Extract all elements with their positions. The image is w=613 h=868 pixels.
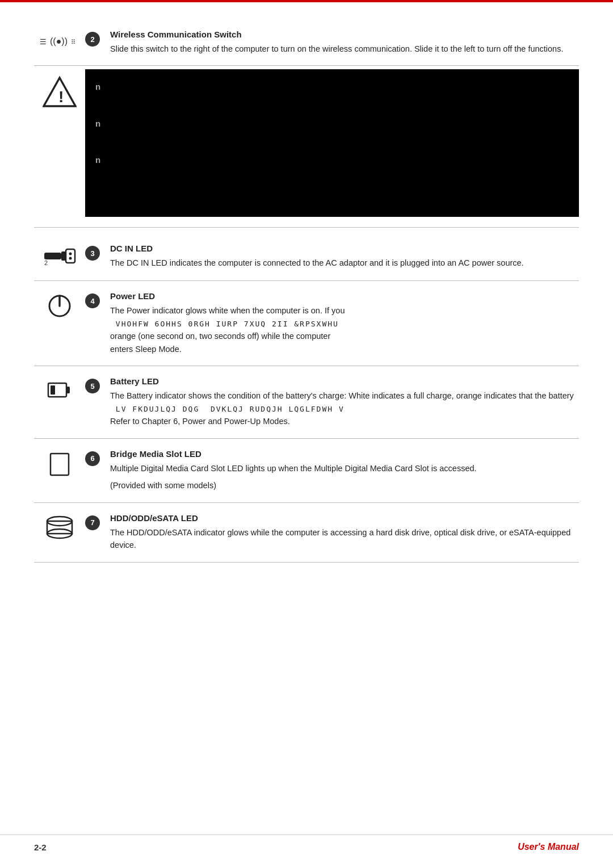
warning-content: n n n <box>85 69 579 217</box>
icon-wireless: ☰ ((●)) ⠿ <box>34 30 85 48</box>
entry-battery-body: The Battery indicator shows the conditio… <box>110 389 579 427</box>
warning-block: ! n n n <box>34 69 579 228</box>
entry-number-badge-5: 5 <box>85 379 100 393</box>
svg-text:☰: ☰ <box>40 37 47 46</box>
entry-wireless: ☰ ((●)) ⠿ 2 Wireless Communication Switc… <box>34 19 579 66</box>
manual-title: User's Manual <box>518 842 579 852</box>
entry-dc-in-led: 2 3 DC IN LED The DC IN LED indicates th… <box>34 233 579 281</box>
entry-wireless-desc: Wireless Communication Switch Slide this… <box>110 30 579 55</box>
entry-dc-body: The DC IN LED indicates the computer is … <box>110 257 579 269</box>
entry-battery-led: 5 Battery LED The Battery indicator show… <box>34 366 579 438</box>
dc-icon: 2 <box>43 246 76 270</box>
entry-hdd-led: 7 HDD/ODD/eSATA LED The HDD/ODD/eSATA in… <box>34 503 579 563</box>
entry-media-body: Multiple Digital Media Card Slot LED lig… <box>110 462 579 475</box>
page-footer: 2-2 User's Manual <box>0 835 613 852</box>
entry-number-badge-7: 7 <box>85 515 100 530</box>
badge-5: 5 <box>85 376 110 393</box>
entry-bridge-media: 6 Bridge Media Slot LED Multiple Digital… <box>34 439 579 503</box>
entry-hdd-desc: HDD/ODD/eSATA LED The HDD/ODD/eSATA indi… <box>110 513 579 552</box>
svg-rect-15 <box>51 385 55 395</box>
power-icon <box>47 293 72 322</box>
warning-item-2: n <box>95 116 569 131</box>
entry-wireless-title: Wireless Communication Switch <box>110 30 579 39</box>
entry-power-body: The Power indicator glows white when the… <box>110 304 579 355</box>
badge-6: 6 <box>85 449 110 466</box>
badge-3: 3 <box>85 244 110 261</box>
entry-media-desc: Bridge Media Slot LED Multiple Digital M… <box>110 449 579 492</box>
svg-rect-5 <box>44 253 61 259</box>
icon-dc: 2 <box>34 244 85 270</box>
warning-item-1: n <box>95 79 569 94</box>
media-card-icon <box>48 451 71 481</box>
battery-icon <box>47 379 72 405</box>
badge-2: 2 <box>85 30 110 47</box>
icon-power <box>34 291 85 322</box>
warning-icon-col: ! <box>34 69 85 111</box>
badge-7: 7 <box>85 513 110 530</box>
entry-dc-desc: DC IN LED The DC IN LED indicates the co… <box>110 244 579 269</box>
hdd-icon <box>45 515 74 543</box>
svg-rect-7 <box>66 249 75 263</box>
power-truncated-text: VHOHFW 6OHHS 0RGH IURP 7XUQ 2II &RPSXWHU <box>110 320 339 328</box>
entry-media-note: (Provided with some models) <box>110 479 579 492</box>
svg-point-9 <box>69 257 72 260</box>
entry-number-badge-3: 3 <box>85 246 100 261</box>
entry-hdd-body: The HDD/ODD/eSATA indicator glows while … <box>110 526 579 552</box>
svg-text:⠿: ⠿ <box>71 39 75 45</box>
warning-triangle-icon: ! <box>43 75 77 111</box>
entry-power-title: Power LED <box>110 291 579 301</box>
entry-number-badge: 2 <box>85 32 100 47</box>
svg-point-8 <box>69 253 72 255</box>
icon-hdd <box>34 513 85 543</box>
entry-number-badge-6: 6 <box>85 451 100 466</box>
page-content: ☰ ((●)) ⠿ 2 Wireless Communication Switc… <box>0 2 613 597</box>
battery-truncated-text: LV FKDUJLQJ DQG DVKLQJ RUDQJH LQGLFDWH V <box>110 405 345 413</box>
entry-battery-title: Battery LED <box>110 376 579 386</box>
svg-text:2: 2 <box>44 259 48 266</box>
icon-battery <box>34 376 85 405</box>
svg-text:((●)): ((●)) <box>50 36 68 46</box>
entry-power-led: 4 Power LED The Power indicator glows wh… <box>34 281 579 366</box>
entry-media-title: Bridge Media Slot LED <box>110 449 579 459</box>
entry-number-badge-4: 4 <box>85 293 100 308</box>
entry-dc-title: DC IN LED <box>110 244 579 253</box>
entry-wireless-body: Slide this switch to the right of the co… <box>110 43 579 55</box>
svg-rect-16 <box>51 454 69 475</box>
warning-item-3: n <box>95 153 569 167</box>
page-number: 2-2 <box>34 842 47 852</box>
wireless-icon: ☰ ((●)) ⠿ <box>40 32 79 48</box>
svg-rect-14 <box>66 387 70 393</box>
badge-4: 4 <box>85 291 110 308</box>
entry-hdd-title: HDD/ODD/eSATA LED <box>110 513 579 523</box>
svg-text:!: ! <box>58 88 64 106</box>
svg-rect-18 <box>47 521 72 534</box>
icon-media <box>34 449 85 481</box>
entry-battery-desc: Battery LED The Battery indicator shows … <box>110 376 579 427</box>
entry-power-desc: Power LED The Power indicator glows whit… <box>110 291 579 355</box>
